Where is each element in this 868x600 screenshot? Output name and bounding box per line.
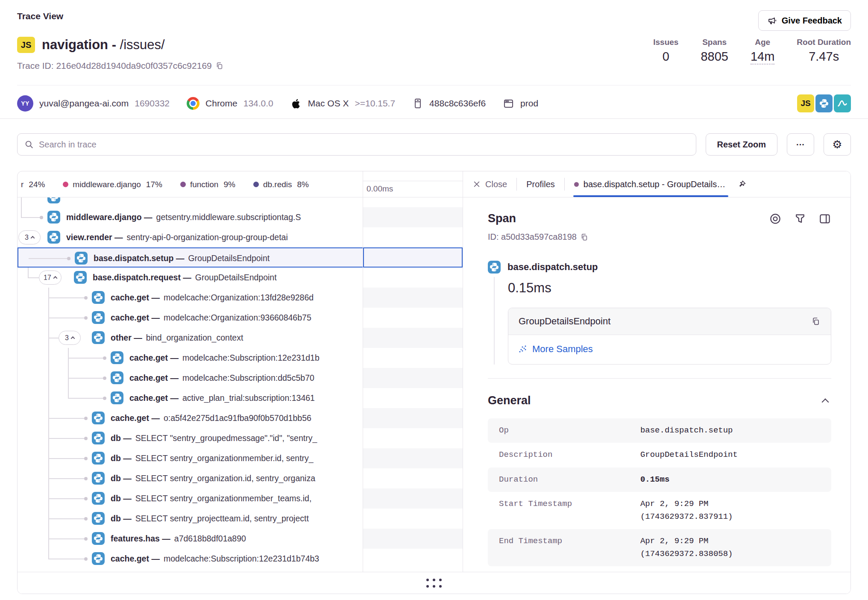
tree-row[interactable]: db — SELECT sentry_organizationmember_te…: [18, 488, 363, 509]
collapse-chip[interactable]: 17: [39, 271, 62, 285]
span-row-label: other — bind_organization_context: [111, 328, 363, 348]
span-row-label: cache.get — active_plan_trial:subscripti…: [129, 388, 363, 408]
tree-row[interactable]: cache.get — modelcache:Organization:9366…: [18, 308, 363, 328]
tree-row[interactable]: db — SELECT sentry_projectteam.id, sentr…: [18, 509, 363, 529]
attribute-value: base.dispatch.setup: [640, 424, 733, 437]
search-input[interactable]: [39, 140, 689, 150]
tree-row[interactable]: db — SELECT sentry_organization.id, sent…: [18, 468, 363, 488]
tree-row[interactable]: cache.get — o:a5f42e275d1ac91fba90f0b570…: [18, 408, 363, 428]
python-icon: [47, 211, 60, 224]
waterfall-row: [363, 549, 463, 569]
waterfall-row: [363, 368, 463, 388]
settings-button[interactable]: ⚙: [824, 133, 851, 156]
tree-row[interactable]: 3view.render — sentry-api-0-organization…: [18, 227, 363, 247]
divider: [488, 378, 831, 379]
user-email: yuval@pangea-ai.com: [39, 98, 129, 109]
wave-tile-icon: [834, 94, 851, 112]
split-panel-icon[interactable]: [818, 212, 831, 225]
general-table: Opbase.dispatch.setupDescriptionGroupDet…: [488, 418, 831, 566]
copy-icon[interactable]: [580, 233, 589, 241]
more-samples-link[interactable]: More Samples: [519, 344, 593, 355]
collapse-chip[interactable]: 3: [18, 230, 41, 244]
copy-icon[interactable]: [215, 62, 224, 70]
attribute-key: Description: [499, 449, 640, 461]
collapse-chip[interactable]: 3: [59, 331, 81, 345]
javascript-tile-icon: JS: [797, 94, 814, 112]
give-feedback-button[interactable]: Give Feedback: [758, 10, 851, 31]
drag-handle[interactable]: [426, 579, 442, 588]
trace-panel: r24%middleware.django17%function9%db.red…: [17, 171, 851, 594]
divider: [0, 118, 868, 119]
tree-connector-dot: [103, 376, 106, 380]
tree-row[interactable]: [18, 197, 363, 207]
waterfall-ruler: 0.00ms: [363, 171, 463, 197]
legend-dot-icon: [180, 182, 186, 187]
waterfall-row: [363, 388, 463, 408]
tree-connector-dot: [84, 437, 88, 440]
tree-connector-line: [68, 398, 103, 399]
reset-zoom-button[interactable]: Reset Zoom: [706, 133, 777, 156]
chevron-up-icon: [53, 276, 57, 280]
tree-row[interactable]: cache.get — modelcache:Subscription:12e2…: [18, 549, 363, 569]
tree-connector-line: [48, 338, 59, 338]
apple-icon: [290, 98, 302, 109]
tab-profiles[interactable]: Profiles: [526, 179, 555, 189]
span-heading: Span: [488, 212, 516, 225]
general-section-heading: General: [488, 394, 531, 407]
funnel-icon[interactable]: [794, 212, 806, 225]
endpoint-name: GroupDetailsEndpoint: [519, 316, 610, 327]
attribute-value: GroupDetailsEndpoint: [640, 449, 738, 461]
more-options-button[interactable]: ···: [787, 133, 814, 156]
tree-connector-line: [29, 258, 67, 259]
tree-row[interactable]: 3other — bind_organization_context: [18, 328, 363, 348]
tree-connector-line: [48, 438, 84, 439]
copy-icon[interactable]: [811, 317, 821, 326]
python-icon: [92, 412, 105, 424]
python-icon: [488, 261, 501, 274]
tree-row[interactable]: cache.get — modelcache:Subscription:12e2…: [18, 348, 363, 368]
span-row-label: base.dispatch.setup — GroupDetailsEndpoi…: [94, 248, 363, 268]
search-box: [17, 133, 696, 156]
tree-row[interactable]: features.has — a7d618b8df01a890: [18, 529, 363, 549]
waterfall-row: [363, 288, 463, 308]
javascript-platform-badge: JS: [17, 37, 35, 53]
close-tab-button[interactable]: Close: [472, 179, 507, 189]
ruler-time-label: 0.00ms: [367, 184, 393, 194]
span-row-label: cache.get — o:a5f42e275d1ac91fba90f0b570…: [111, 408, 363, 428]
tree-connector-dot: [40, 216, 43, 219]
tree-row[interactable]: 17base.dispatch.request — GroupDetailsEn…: [18, 268, 363, 288]
focus-span-icon[interactable]: [769, 212, 782, 225]
tree-row[interactable]: db — SELECT sentry_organizationmember.id…: [18, 448, 363, 468]
trace-stats: Issues0Spans8805Age14mRoot Duration7.47s: [653, 38, 851, 65]
environment: prod: [520, 98, 538, 109]
tab-span-active[interactable]: base.dispatch.setup - GroupDetails…: [574, 171, 751, 197]
tree-row[interactable]: base.dispatch.setup — GroupDetailsEndpoi…: [18, 247, 363, 268]
tree-connector-line: [48, 458, 84, 459]
span-row-label: view.render — sentry-api-0-organization-…: [66, 227, 363, 247]
waterfall-row: [363, 348, 463, 368]
tree-connector-line: [48, 418, 84, 419]
tree-connector-line: [28, 277, 39, 278]
legend-item: db.redis8%: [253, 180, 309, 189]
waterfall-row: [363, 509, 463, 529]
waterfall-row: [363, 308, 463, 328]
python-tile-icon: [815, 94, 833, 112]
span-row-label: base.dispatch.request — GroupDetailsEndp…: [93, 268, 363, 288]
page-title: Trace View: [17, 11, 63, 21]
tree-row[interactable]: cache.get — modelcache:Subscription:dd5c…: [18, 368, 363, 388]
chevron-up-icon: [31, 236, 35, 240]
tree-row[interactable]: cache.get — modelcache:Organization:13fd…: [18, 288, 363, 308]
pin-tab-button[interactable]: [733, 176, 751, 193]
span-row-label: cache.get — modelcache:Subscription:dd5c…: [129, 368, 363, 388]
tree-connector-dot: [84, 557, 88, 561]
python-icon: [111, 351, 123, 364]
tree-row[interactable]: db — SELECT "sentry_groupedmessage"."id"…: [18, 428, 363, 448]
browser-version: 134.0.0: [243, 98, 273, 109]
collapse-chevron-icon[interactable]: [822, 398, 829, 406]
legend-dot-icon: [63, 182, 68, 187]
waterfall-row: [363, 468, 463, 488]
ruler-tick: [363, 181, 463, 181]
tree-row[interactable]: middleware.django — getsentry.middleware…: [18, 207, 363, 227]
general-table-row: Duration0.15ms: [488, 468, 831, 492]
tree-row[interactable]: cache.get — active_plan_trial:subscripti…: [18, 388, 363, 408]
